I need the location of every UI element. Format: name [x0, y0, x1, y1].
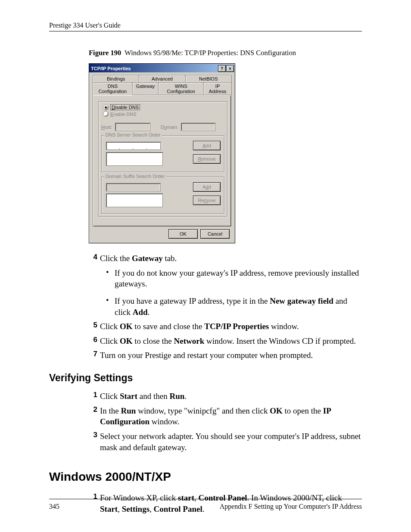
- ok-button[interactable]: OK: [168, 229, 198, 239]
- host-input[interactable]: [115, 123, 150, 131]
- tab-dns-configuration[interactable]: DNS Configuration: [93, 82, 133, 95]
- step-4: 4 Click the Gateway tab.: [89, 253, 362, 264]
- bullet-icon: •: [106, 268, 115, 289]
- tab-advanced[interactable]: Advanced: [139, 75, 185, 82]
- tab-netbios[interactable]: NetBIOS: [185, 75, 232, 82]
- footer-text: Appendix F Setting up Your Computer's IP…: [220, 503, 362, 510]
- cancel-button[interactable]: Cancel: [200, 229, 230, 239]
- page-footer: 345 Appendix F Setting up Your Computer'…: [49, 499, 362, 510]
- suffix-remove-button[interactable]: Remove: [193, 196, 221, 205]
- domain-suffix-group: Domain Suffix Search Order Add Remove: [101, 177, 224, 214]
- verify-step-1: 1 Click Start and then Run.: [89, 391, 362, 402]
- tcpip-dialog: TCP/IP Properties ? × Bindings Advanced …: [89, 63, 235, 243]
- step-7: 7 Turn on your Prestige and restart your…: [89, 350, 362, 361]
- help-icon[interactable]: ?: [218, 65, 226, 72]
- bullet-item: • If you have a gateway IP address, type…: [106, 296, 362, 317]
- host-label: Host:: [101, 124, 112, 130]
- domain-input[interactable]: [181, 123, 215, 131]
- tab-wins-configuration[interactable]: WINS Configuration: [158, 82, 204, 95]
- bullet-icon: •: [106, 296, 115, 317]
- dialog-title: TCP/IP Properties: [91, 66, 131, 71]
- dns-ip-input[interactable]: [106, 142, 161, 150]
- tab-gateway[interactable]: Gateway: [132, 82, 159, 95]
- tab-panel: Disable DNS Enable DNS Host: Domain: DNS…: [93, 95, 231, 227]
- radio-icon: [103, 105, 109, 110]
- title-bar: TCP/IP Properties ? ×: [89, 64, 235, 72]
- group-label: Domain Suffix Search Order: [104, 174, 166, 179]
- suffix-add-button[interactable]: Add: [193, 182, 221, 192]
- suffix-list[interactable]: [106, 193, 163, 207]
- tabs-front-row: DNS Configuration Gateway WINS Configura…: [93, 82, 231, 95]
- bullet-item: • If you do not know your gateway's IP a…: [106, 268, 362, 289]
- radio-icon: [103, 111, 109, 117]
- close-icon[interactable]: ×: [226, 65, 234, 72]
- dns-server-group: DNS Server Search Order Add Remove: [101, 135, 224, 172]
- domain-label: Domain:: [161, 124, 178, 130]
- suffix-input[interactable]: [106, 183, 161, 191]
- verify-step-2: 2 In the Run window, type "winipcfg" and…: [89, 405, 362, 427]
- radio-disable-dns[interactable]: Disable DNS: [103, 104, 224, 110]
- step-6: 6 Click OK to close the Network window. …: [89, 336, 362, 347]
- running-header: Prestige 334 User's Guide: [49, 22, 362, 31]
- dns-add-button[interactable]: Add: [193, 141, 221, 150]
- figure-caption: Figure 190 Windows 95/98/Me: TCP/IP Prop…: [89, 49, 362, 57]
- group-label: DNS Server Search Order: [104, 132, 162, 137]
- figure-number: Figure 190: [89, 49, 121, 57]
- heading-windows-2000-nt-xp: Windows 2000/NT/XP: [49, 470, 362, 484]
- tab-ip-address[interactable]: IP Address: [203, 82, 232, 95]
- dns-list[interactable]: [106, 152, 163, 166]
- heading-verifying-settings: Verifying Settings: [49, 372, 362, 384]
- tab-bindings[interactable]: Bindings: [93, 75, 139, 82]
- page-number: 345: [49, 503, 59, 510]
- radio-enable-dns[interactable]: Enable DNS: [103, 111, 224, 117]
- dns-remove-button[interactable]: Remove: [193, 154, 221, 164]
- step-5: 5 Click OK to save and close the TCP/IP …: [89, 321, 362, 332]
- tabs-back-row: Bindings Advanced NetBIOS: [93, 75, 231, 82]
- figure-title: Windows 95/98/Me: TCP/IP Properties: DNS…: [125, 49, 296, 57]
- verify-step-3: 3 Select your network adapter. You shoul…: [89, 431, 362, 453]
